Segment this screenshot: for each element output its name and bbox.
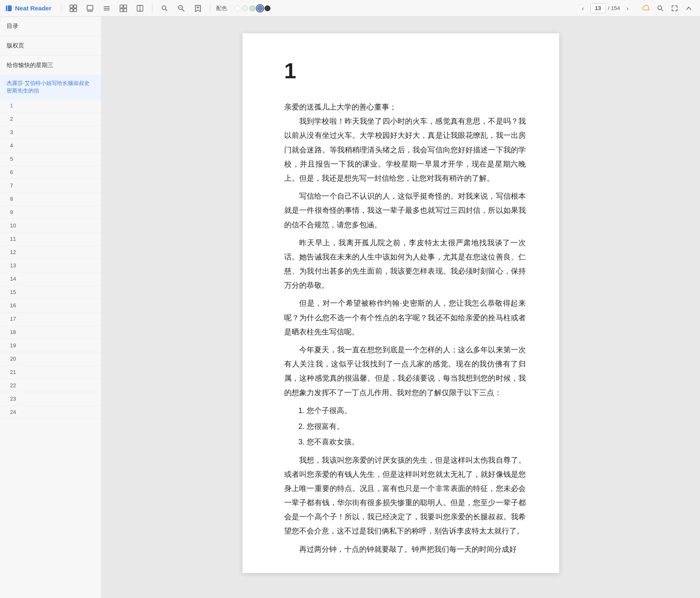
page-input[interactable] <box>590 3 605 13</box>
paragraph-6: 我想，我该叫您亲爱的讨厌女孩的先生，但是这样叫太伤我自尊了。或者叫您亲爱的有钱人… <box>284 453 526 538</box>
svg-line-18 <box>165 9 167 11</box>
list-item-2: 您很富有。 <box>307 419 526 434</box>
paragraph-5: 今年夏天，我一直在想您到底是一个怎样的人；这么多年以来第一次有人关注我，这似乎让… <box>284 343 526 400</box>
chapter-number: 1 <box>284 58 526 83</box>
paragraph-2: 写信给一个自己不认识的人，这似乎挺奇怪的。对我来说，写信根本就是一件很奇怪的事情… <box>284 189 526 232</box>
svg-point-24 <box>658 6 662 10</box>
svg-rect-12 <box>124 5 127 8</box>
paragraph-3: 昨天早上，我离开孤儿院之前，李皮特太太很严肃地找我谈了一次话。她告诫我在未来的人… <box>284 236 526 293</box>
sidebar-page-18[interactable]: 18 <box>0 326 101 339</box>
sidebar-page-14[interactable]: 14 <box>0 272 101 286</box>
svg-rect-13 <box>120 9 123 12</box>
sidebar-page-4[interactable]: 4 <box>0 139 101 152</box>
sidebar-item-book-title[interactable]: 给你愉快的星期三 <box>0 56 101 75</box>
sidebar-page-6[interactable]: 6 <box>0 166 101 179</box>
separator-3 <box>210 4 210 13</box>
sidebar: 目录 版权页 给你愉快的星期三 杰露莎·艾伯特小姐写给长腿叔叔史密斯先生的信 1… <box>0 17 102 598</box>
paragraph-1: 我到学校啦！昨天我坐了四小时的火车，感觉真有意思，不是吗？我以前从没有坐过火车。… <box>284 114 526 185</box>
collapse-icon[interactable] <box>682 2 695 15</box>
main-content: 1 亲爱的送孤儿上大学的善心董事； 我到学校啦！昨天我坐了四小时的火车，感觉真有… <box>102 17 700 598</box>
color-theme-selector <box>235 5 270 11</box>
sidebar-item-copyright[interactable]: 版权页 <box>0 36 101 56</box>
paragraph-7: 再过两分钟，十点的钟就要敲了。钟声把我们每一天的时间分成好 <box>284 542 526 556</box>
sidebar-page-5[interactable]: 5 <box>0 152 101 166</box>
svg-line-25 <box>662 9 663 11</box>
theme-cream[interactable] <box>242 5 248 11</box>
sidebar-item-toc[interactable]: 目录 <box>0 17 101 36</box>
app-title: Neat Reader <box>15 5 52 12</box>
search-large-icon[interactable] <box>175 2 188 15</box>
sidebar-page-8[interactable]: 8 <box>0 192 101 206</box>
theme-white[interactable] <box>235 5 240 11</box>
sidebar-page-7[interactable]: 7 <box>0 179 101 192</box>
svg-rect-5 <box>74 9 77 12</box>
sidebar-page-24[interactable]: 24 <box>0 406 101 419</box>
cloud-sync-icon[interactable] <box>640 2 652 15</box>
list-item-1: 您个子很高。 <box>307 404 526 418</box>
sidebar-page-2[interactable]: 2 <box>0 112 101 126</box>
app-brand: Neat Reader <box>5 5 52 12</box>
sidebar-page-21[interactable]: 21 <box>0 366 101 379</box>
svg-rect-3 <box>74 5 77 8</box>
sidebar-page-13[interactable]: 13 <box>0 259 101 272</box>
svg-rect-14 <box>124 9 127 12</box>
sidebar-page-9[interactable]: 9 <box>0 206 101 219</box>
grid-icon[interactable] <box>117 2 130 15</box>
theme-blue[interactable] <box>257 5 263 11</box>
color-label: 配色 <box>216 5 227 12</box>
sidebar-page-17[interactable]: 17 <box>0 312 101 326</box>
svg-rect-6 <box>87 5 93 10</box>
svg-rect-4 <box>70 9 73 12</box>
sidebar-page-23[interactable]: 23 <box>0 392 101 406</box>
layout-icon[interactable] <box>134 2 146 15</box>
svg-rect-0 <box>6 5 12 11</box>
book-icon <box>5 5 12 12</box>
sidebar-page-1[interactable]: 1 <box>0 99 101 112</box>
library-icon[interactable] <box>67 2 80 15</box>
separator-2 <box>152 4 152 13</box>
paragraph-4: 但是，对一个希望被称作约翰·史密斯的人，您让我怎么恭敬得起来呢？为什么您不选一个… <box>284 296 526 339</box>
search-small-icon[interactable] <box>158 2 171 15</box>
svg-rect-2 <box>70 5 73 8</box>
prev-page-button[interactable]: ‹ <box>578 3 588 13</box>
list-item-3: 您不喜欢女孩。 <box>307 435 526 449</box>
sidebar-page-20[interactable]: 20 <box>0 352 101 366</box>
sidebar-page-12[interactable]: 12 <box>0 246 101 259</box>
page-navigation: ‹ / 154 › <box>578 3 632 13</box>
sidebar-chapter-title[interactable]: 杰露莎·艾伯特小姐写给长腿叔叔史密斯先生的信 <box>0 75 101 99</box>
toolbar: Neat Reader 配色 ‹ / 154 › <box>0 0 700 17</box>
next-page-button[interactable]: › <box>622 3 632 13</box>
theme-green[interactable] <box>250 5 255 11</box>
menu-icon[interactable] <box>100 2 113 15</box>
list: 您个子很高。 您很富有。 您不喜欢女孩。 <box>307 404 526 449</box>
toc-icon[interactable] <box>84 2 96 15</box>
svg-point-17 <box>162 6 166 10</box>
sidebar-page-15[interactable]: 15 <box>0 286 101 299</box>
fullscreen-icon[interactable] <box>668 2 681 15</box>
book-text: 亲爱的送孤儿上大学的善心董事； 我到学校啦！昨天我坐了四小时的火车，感觉真有意思… <box>284 100 526 556</box>
app-body: 目录 版权页 给你愉快的星期三 杰露莎·艾伯特小姐写给长腿叔叔史密斯先生的信 1… <box>0 17 700 598</box>
sidebar-page-11[interactable]: 11 <box>0 232 101 246</box>
sidebar-page-10[interactable]: 10 <box>0 219 101 232</box>
sidebar-page-22[interactable]: 22 <box>0 379 101 392</box>
toolbar-right <box>640 2 695 15</box>
book-page: 1 亲爱的送孤儿上大学的善心董事； 我到学校啦！昨天我坐了四小时的火车，感觉真有… <box>242 33 559 573</box>
salutation: 亲爱的送孤儿上大学的善心董事； <box>284 100 526 114</box>
svg-rect-11 <box>120 5 123 8</box>
svg-line-20 <box>182 9 184 11</box>
theme-dark[interactable] <box>265 5 270 11</box>
sidebar-page-16[interactable]: 16 <box>0 299 101 312</box>
sidebar-page-3[interactable]: 3 <box>0 126 101 139</box>
page-total: / 154 <box>608 5 620 11</box>
separator-1 <box>61 4 61 13</box>
search-icon[interactable] <box>654 2 667 15</box>
bookmark-add-icon[interactable] <box>192 2 204 15</box>
sidebar-page-19[interactable]: 19 <box>0 339 101 352</box>
